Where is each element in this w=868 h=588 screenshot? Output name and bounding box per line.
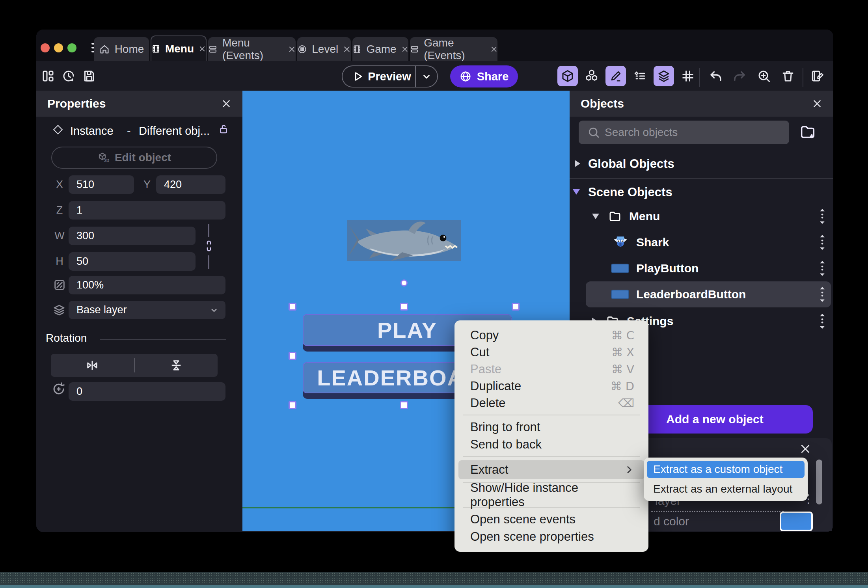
collapse-caret-icon[interactable] [592,214,599,219]
toggle-3d-view-icon[interactable] [557,66,578,86]
edit-mode-icon[interactable] [605,66,626,86]
flip-horizontal-button[interactable] [51,358,134,372]
tree-row-menu[interactable]: Menu [586,204,831,229]
menu-item-open-scene-properties[interactable]: Open scene properties [454,528,648,545]
collapse-caret-icon[interactable] [573,189,580,195]
selection-handle-mid-left[interactable] [289,352,296,360]
drag-handle-icon[interactable] [819,235,825,250]
edit-object-button[interactable]: 2D Edit object [51,147,217,169]
menu-item-show-hide-instance-properties[interactable]: Show/Hide instance properties [454,486,648,504]
menu-item-label: Duplicate [470,379,521,393]
scrollbar-thumb[interactable] [816,460,822,504]
z-field[interactable] [69,201,225,220]
trash-icon[interactable] [779,67,797,85]
save-icon[interactable] [80,67,98,85]
y-field[interactable] [156,175,225,194]
share-button[interactable]: Share [450,65,518,87]
close-icon[interactable] [199,45,206,53]
external-level-icon [297,44,307,55]
instance-properties-icon[interactable] [630,66,650,86]
tree-row-shark[interactable]: Shark [586,230,831,255]
zoom-in-icon[interactable] [755,67,773,85]
opacity-field[interactable] [69,276,225,294]
close-icon[interactable] [221,99,231,109]
selection-handle-top-center[interactable] [400,303,408,311]
drag-handle-icon[interactable] [819,314,825,329]
share-label: Share [477,70,509,83]
edit-scene-icon[interactable] [809,67,826,85]
global-objects-group[interactable]: Global Objects [588,157,674,171]
selection-handle-top-right[interactable] [512,303,520,311]
menu-item-label: Open scene events [470,512,576,527]
tab-game-events[interactable]: Game (Events) [410,37,497,61]
shark-sprite[interactable] [347,220,461,261]
layers-panel-icon[interactable] [654,66,674,86]
menu-item-delete[interactable]: Delete ⌫ [454,394,648,411]
w-field[interactable] [69,227,196,245]
preview-button[interactable]: Preview [342,65,438,87]
rotate-handle[interactable] [400,279,408,287]
link-line-top [209,224,209,237]
submenu-item-extract-external-layout[interactable]: Extract as an external layout [647,480,805,498]
selection-handle-top-left[interactable] [289,303,296,311]
menu-item-label: Paste [470,362,501,376]
drag-handle-icon[interactable] [819,261,825,276]
chevron-down-icon[interactable] [421,71,432,82]
unlock-icon[interactable] [218,123,229,135]
tab-bar: Home Menu Menu (Events) Level Game Game … [94,35,497,61]
color-swatch[interactable] [780,512,813,531]
redo-icon[interactable] [731,67,748,85]
add-folder-icon[interactable] [799,123,817,141]
tab-menu-events[interactable]: Menu (Events) [208,37,296,61]
menu-item-bring-to-front[interactable]: Bring to front [454,419,648,436]
tab-game[interactable]: Game [352,37,408,61]
chevron-down-icon [210,306,218,314]
menu-item-open-scene-events[interactable]: Open scene events [454,511,648,528]
grid-icon[interactable] [678,66,698,86]
window-minimize-button[interactable] [54,43,63,52]
tab-level[interactable]: Level [297,37,351,61]
menu-item-send-to-back[interactable]: Send to back [454,436,648,453]
tab-home[interactable]: Home [94,37,149,61]
project-manager-icon[interactable] [39,67,57,85]
expand-caret-icon[interactable] [575,160,580,167]
close-icon[interactable] [288,45,296,54]
link-dimensions-icon[interactable] [203,239,214,253]
window-close-button[interactable] [41,43,50,52]
h-field[interactable] [69,252,196,271]
tab-label: Menu [165,43,194,55]
menu-item-duplicate[interactable]: Duplicate ⌘ D [454,378,648,394]
close-icon[interactable] [343,45,351,54]
layer-select[interactable]: Base layer [69,301,225,319]
flip-vertical-button[interactable] [135,358,218,372]
close-icon[interactable] [490,45,497,54]
close-icon[interactable] [799,443,811,455]
scene-objects-group[interactable]: Scene Objects [588,185,672,199]
close-icon[interactable] [401,45,408,54]
menu-shortcut: ⌘ X [611,346,634,359]
menu-item-cut[interactable]: Cut ⌘ X [454,344,648,361]
tree-row-playbutton[interactable]: PlayButton [586,256,831,281]
cube-2d-icon: 2D [97,152,109,164]
drag-handle-icon[interactable] [819,209,825,224]
selection-handle-bottom-center[interactable] [400,401,408,409]
menu-item-copy[interactable]: Copy ⌘ C [454,327,648,344]
close-icon[interactable] [812,99,822,109]
selection-handle-bottom-left[interactable] [289,401,296,409]
submenu-item-extract-custom-object[interactable]: Extract as a custom object [647,461,805,478]
tree-row-leaderboardbutton-selected[interactable]: LeaderboardButton [586,281,831,307]
undo-icon[interactable] [707,67,725,85]
menu-item-paste: Paste ⌘ V [454,361,648,378]
x-field[interactable] [69,175,134,194]
menu-item-extract[interactable]: Extract [458,460,644,479]
rotation-field[interactable] [69,382,225,401]
drag-handle-icon[interactable] [819,287,825,302]
search-input[interactable] [579,121,789,144]
window-zoom-button[interactable] [67,43,76,52]
objects-editor-icon[interactable] [581,66,602,86]
tab-menu[interactable]: Menu [151,35,207,61]
history-icon[interactable] [60,67,77,85]
scene-icon [151,43,160,54]
menu-item-label: Bring to front [470,420,540,434]
opacity-icon [53,278,66,292]
